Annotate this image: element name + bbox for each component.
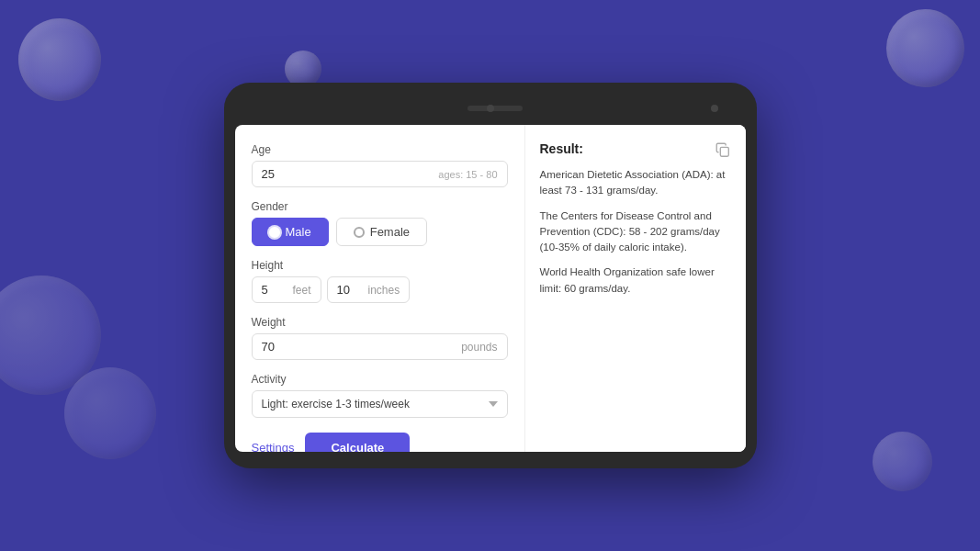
- weight-group: Weight pounds: [252, 316, 508, 360]
- result-title: Result:: [540, 141, 583, 156]
- svg-rect-0: [720, 147, 728, 156]
- buttons-row: Settings Calculate: [252, 433, 508, 452]
- copy-icon[interactable]: [715, 141, 731, 158]
- gender-group: Gender Male Female: [252, 200, 508, 246]
- age-group: Age ages: 15 - 80: [252, 143, 508, 187]
- activity-label: Activity: [252, 373, 508, 386]
- height-row: feet inches: [252, 276, 508, 303]
- right-panel: Result: American Dietetic Association (A…: [525, 125, 746, 452]
- bubble-6: [873, 432, 932, 491]
- result-line-2: The Centers for Disease Control and Prev…: [540, 208, 731, 256]
- tablet-frame: Age ages: 15 - 80 Gender Male: [224, 83, 757, 468]
- height-inches-unit: inches: [368, 284, 400, 297]
- gender-row: Male Female: [252, 218, 508, 246]
- weight-unit: pounds: [461, 341, 497, 354]
- height-inches-box: inches: [327, 276, 411, 303]
- age-input-wrapper: ages: 15 - 80: [252, 161, 508, 187]
- weight-input-box: pounds: [252, 333, 508, 360]
- left-panel: Age ages: 15 - 80 Gender Male: [235, 125, 525, 452]
- female-radio-dot: [354, 227, 365, 238]
- front-camera: [487, 105, 494, 112]
- male-radio-dot: [269, 227, 280, 238]
- height-label: Height: [252, 259, 508, 272]
- height-feet-unit: feet: [293, 284, 311, 297]
- height-feet-input[interactable]: [262, 283, 289, 297]
- bubble-1: [18, 18, 101, 101]
- tablet-top-bar: [235, 96, 746, 121]
- age-input[interactable]: [262, 167, 439, 181]
- gender-female-option[interactable]: Female: [336, 218, 427, 246]
- back-camera-indicator: [711, 105, 718, 112]
- result-line-1: American Dietetic Association (ADA): at …: [540, 167, 731, 199]
- bubble-5: [886, 9, 964, 87]
- calculate-button[interactable]: Calculate: [305, 433, 410, 452]
- age-label: Age: [252, 143, 508, 156]
- app-content: Age ages: 15 - 80 Gender Male: [235, 125, 746, 452]
- age-hint: ages: 15 - 80: [438, 169, 497, 180]
- gender-female-label: Female: [370, 225, 410, 239]
- height-inches-input[interactable]: [337, 283, 365, 297]
- gender-male-label: Male: [286, 225, 311, 239]
- height-group: Height feet inches: [252, 259, 508, 303]
- result-line-3: World Health Organization safe lower lim…: [540, 264, 731, 297]
- tablet-screen: Age ages: 15 - 80 Gender Male: [235, 125, 746, 452]
- settings-button[interactable]: Settings: [252, 441, 295, 452]
- gender-label: Gender: [252, 200, 508, 213]
- tablet-speaker: [467, 106, 523, 111]
- weight-label: Weight: [252, 316, 508, 329]
- bubble-2: [285, 51, 321, 87]
- weight-input[interactable]: [262, 340, 462, 354]
- result-header: Result:: [540, 141, 731, 158]
- gender-male-option[interactable]: Male: [252, 218, 329, 246]
- bubble-4: [64, 367, 156, 459]
- activity-group: Activity Sedentary: little or no exercis…: [252, 373, 508, 418]
- activity-select[interactable]: Sedentary: little or no exercise Light: …: [252, 390, 508, 418]
- height-feet-box: feet: [252, 276, 321, 303]
